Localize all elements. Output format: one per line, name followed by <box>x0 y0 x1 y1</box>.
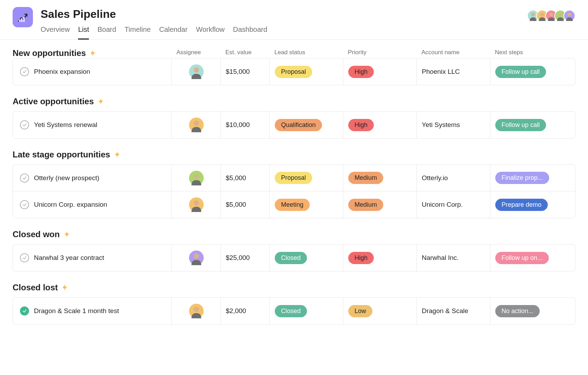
task-cell[interactable]: Dragon & Scale 1 month test <box>13 298 172 324</box>
priority-cell[interactable]: Medium <box>343 165 417 191</box>
assignee-avatar[interactable] <box>189 64 204 79</box>
assignee-cell[interactable] <box>172 298 221 324</box>
table-row[interactable]: Narwhal 3 year contract$25,000ClosedHigh… <box>13 245 575 271</box>
complete-check-icon[interactable] <box>20 253 29 262</box>
complete-check-icon[interactable] <box>20 120 29 129</box>
task-cell[interactable]: Yeti Systems renewal <box>13 112 172 138</box>
priority-cell[interactable]: High <box>343 58 417 85</box>
priority-pill[interactable]: High <box>348 119 374 131</box>
automation-bolt-icon[interactable] <box>114 151 121 158</box>
table-row[interactable]: Unicorn Corp. expansion$5,000MeetingMedi… <box>13 191 575 218</box>
priority-pill[interactable]: High <box>348 66 374 78</box>
next-steps-cell[interactable]: Prepare demo <box>490 191 564 218</box>
next-steps-pill[interactable]: No action... <box>495 305 540 317</box>
complete-check-icon[interactable] <box>20 306 29 316</box>
lead-status-pill[interactable]: Proposal <box>275 66 312 78</box>
column-header[interactable]: Lead status <box>270 49 343 58</box>
task-name[interactable]: Unicorn Corp. expansion <box>34 201 107 208</box>
task-cell[interactable]: Unicorn Corp. expansion <box>13 191 172 218</box>
complete-check-icon[interactable] <box>20 67 29 76</box>
table-row[interactable]: Otterly (new prospect)$5,000ProposalMedi… <box>13 165 575 191</box>
account-name-cell[interactable]: Unicorn Corp. <box>417 191 490 218</box>
task-cell[interactable]: Otterly (new prospect) <box>13 165 172 191</box>
section-title[interactable]: Active opportunities <box>13 97 94 106</box>
account-name-cell[interactable]: Phoenix LLC <box>417 58 490 85</box>
column-header[interactable]: Assignee <box>172 49 220 58</box>
assignee-avatar[interactable] <box>189 250 204 265</box>
priority-cell[interactable]: High <box>343 112 417 138</box>
est-value-cell[interactable]: $2,000 <box>221 298 270 324</box>
priority-cell[interactable]: Medium <box>343 191 417 218</box>
column-header[interactable]: Next steps <box>490 49 564 58</box>
next-steps-cell[interactable]: Follow up on... <box>490 245 564 271</box>
est-value-cell[interactable]: $15,000 <box>221 58 270 85</box>
column-header[interactable]: Priority <box>343 49 416 58</box>
lead-status-cell[interactable]: Meeting <box>270 191 343 218</box>
priority-pill[interactable]: Medium <box>348 199 383 211</box>
section-title[interactable]: New opportunities <box>13 48 86 58</box>
assignee-avatar[interactable] <box>189 118 204 132</box>
next-steps-cell[interactable]: Finalize prop... <box>490 165 564 191</box>
automation-bolt-icon[interactable] <box>61 284 68 291</box>
task-name[interactable]: Phoenix expansion <box>34 68 90 76</box>
project-members[interactable] <box>527 10 575 22</box>
next-steps-pill[interactable]: Prepare demo <box>495 199 548 211</box>
assignee-cell[interactable] <box>172 191 221 218</box>
next-steps-pill[interactable]: Finalize prop... <box>495 172 549 184</box>
account-name-cell[interactable]: Otterly.io <box>417 165 490 191</box>
next-steps-pill[interactable]: Follow up call <box>495 66 546 78</box>
lead-status-pill[interactable]: Closed <box>275 305 307 317</box>
lead-status-pill[interactable]: Proposal <box>275 172 312 184</box>
assignee-cell[interactable] <box>172 165 221 191</box>
section-title[interactable]: Closed won <box>13 229 60 239</box>
priority-pill[interactable]: Low <box>348 305 372 317</box>
column-header[interactable]: Est. value <box>220 49 270 58</box>
column-header[interactable]: Account name <box>416 49 490 58</box>
account-name-cell[interactable]: Narwhal Inc. <box>417 245 490 271</box>
tab-calendar[interactable]: Calendar <box>159 26 188 40</box>
priority-pill[interactable]: Medium <box>348 172 383 184</box>
lead-status-cell[interactable]: Closed <box>270 245 343 271</box>
tab-dashboard[interactable]: Dashboard <box>233 26 267 40</box>
member-avatar[interactable] <box>564 10 575 22</box>
automation-bolt-icon[interactable] <box>97 98 104 105</box>
tab-board[interactable]: Board <box>97 26 116 40</box>
est-value-cell[interactable]: $5,000 <box>221 191 270 218</box>
est-value-cell[interactable]: $10,000 <box>221 112 270 138</box>
lead-status-pill[interactable]: Meeting <box>275 199 310 211</box>
assignee-cell[interactable] <box>172 58 221 85</box>
task-name[interactable]: Dragon & Scale 1 month test <box>34 307 119 315</box>
tab-overview[interactable]: Overview <box>41 26 70 40</box>
tab-timeline[interactable]: Timeline <box>125 26 151 40</box>
task-name[interactable]: Otterly (new prospect) <box>34 174 99 182</box>
assignee-avatar[interactable] <box>189 304 204 318</box>
table-row[interactable]: Dragon & Scale 1 month test$2,000ClosedL… <box>13 298 575 324</box>
lead-status-pill[interactable]: Closed <box>275 252 307 264</box>
lead-status-cell[interactable]: Closed <box>270 298 343 324</box>
automation-bolt-icon[interactable] <box>63 231 70 238</box>
account-name-cell[interactable]: Dragon & Scale <box>417 298 490 324</box>
task-name[interactable]: Yeti Systems renewal <box>34 121 97 129</box>
automation-bolt-icon[interactable] <box>89 49 96 57</box>
priority-pill[interactable]: High <box>348 252 374 264</box>
task-cell[interactable]: Narwhal 3 year contract <box>13 245 172 271</box>
account-name-cell[interactable]: Yeti Systems <box>417 112 490 138</box>
lead-status-cell[interactable]: Qualification <box>270 112 343 138</box>
next-steps-pill[interactable]: Follow up call <box>495 119 546 131</box>
task-name[interactable]: Narwhal 3 year contract <box>34 254 104 262</box>
lead-status-cell[interactable]: Proposal <box>270 165 343 191</box>
tab-workflow[interactable]: Workflow <box>196 26 225 40</box>
next-steps-cell[interactable]: Follow up call <box>490 58 564 85</box>
next-steps-cell[interactable]: No action... <box>490 298 564 324</box>
est-value-cell[interactable]: $25,000 <box>221 245 270 271</box>
est-value-cell[interactable]: $5,000 <box>221 165 270 191</box>
next-steps-pill[interactable]: Follow up on... <box>495 252 549 264</box>
priority-cell[interactable]: Low <box>343 298 417 324</box>
table-row[interactable]: Yeti Systems renewal$10,000Qualification… <box>13 112 575 138</box>
priority-cell[interactable]: High <box>343 245 417 271</box>
task-cell[interactable]: Phoenix expansion <box>13 58 172 85</box>
table-row[interactable]: Phoenix expansion$15,000ProposalHighPhoe… <box>13 58 575 85</box>
assignee-avatar[interactable] <box>189 171 204 185</box>
section-title[interactable]: Closed lost <box>13 283 58 292</box>
next-steps-cell[interactable]: Follow up call <box>490 112 564 138</box>
